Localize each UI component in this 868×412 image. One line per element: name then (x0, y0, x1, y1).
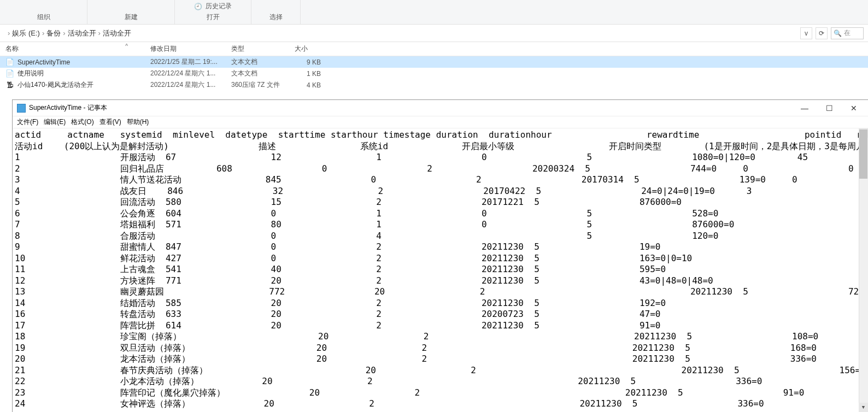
file-date: 2022/1/25 星期二 19:... (145, 57, 226, 67)
ribbon-group-organize[interactable]: 组织 (0, 0, 87, 24)
crumb[interactable]: 娱乐 (E:) (12, 28, 40, 38)
menu-help[interactable]: 帮助(H) (127, 117, 149, 127)
refresh-icon: ⟳ (819, 30, 824, 37)
file-row[interactable]: SuperActivityTime2022/1/25 星期二 19:...文本文… (0, 56, 868, 68)
ribbon-label: 选择 (269, 13, 283, 22)
file-type: 文本文档 (226, 69, 289, 78)
ribbon-group-open[interactable]: 历史记录 打开 (175, 0, 251, 24)
file-list: SuperActivityTime2022/1/25 星期二 19:...文本文… (0, 56, 868, 91)
file-icon (5, 81, 14, 90)
maximize-button[interactable]: ☐ (824, 103, 835, 114)
menu-file[interactable]: 文件(F) (17, 117, 38, 127)
file-row[interactable]: 使用说明2022/12/24 星期六 1...文本文档1 KB (0, 68, 868, 79)
crumb[interactable]: 活动全开 (103, 28, 131, 38)
scrollbar[interactable]: ▲ ▼ (859, 128, 868, 412)
window-buttons: — ☐ ✕ (799, 103, 859, 114)
breadcrumb[interactable]: › 娱乐 (E:) › 备份 › 活动全开 › 活动全开 (4, 28, 797, 38)
scroll-thumb[interactable] (859, 130, 867, 179)
ribbon-label: 打开 (207, 13, 220, 22)
file-name: 小仙1470-飓风龙活动全开 (17, 80, 93, 90)
file-date: 2022/12/24 星期六 1... (145, 80, 226, 90)
ribbon-group-select[interactable]: 选择 (251, 0, 301, 24)
file-type: 360压缩 7Z 文件 (226, 80, 289, 90)
ribbon: 组织 新建 历史记录 打开 选择 (0, 0, 868, 25)
file-size: 9 KB (289, 58, 326, 66)
col-date[interactable]: 修改日期 (145, 42, 226, 56)
file-name: 使用说明 (17, 69, 44, 78)
col-name[interactable]: 名称 (0, 42, 145, 56)
ribbon-label: 新建 (125, 13, 138, 22)
dropdown-button[interactable]: v (800, 27, 812, 39)
search-icon: 🔍 (834, 30, 842, 37)
chevron-right-icon: › (8, 29, 10, 37)
notepad-menu: 文件(F) 编辑(E) 格式(O) 查看(V) 帮助(H) (13, 116, 868, 128)
file-icon (5, 58, 14, 67)
chevron-right-icon: › (42, 29, 44, 37)
notepad-body[interactable]: actid actname systemid minlevel datetype… (13, 128, 868, 412)
close-button[interactable]: ✕ (848, 103, 859, 114)
history-icon[interactable] (194, 3, 202, 10)
menu-edit[interactable]: 编辑(E) (44, 117, 66, 127)
notepad-title: SuperActivityTime - 记事本 (29, 103, 795, 113)
address-bar: › 娱乐 (E:) › 备份 › 活动全开 › 活动全开 v ⟳ 🔍 在 (0, 25, 868, 42)
scroll-down-button[interactable]: ▼ (859, 403, 868, 412)
minimize-button[interactable]: — (799, 103, 811, 114)
notepad-icon (17, 104, 26, 113)
crumb[interactable]: 备份 (46, 28, 61, 38)
file-list-header: 名称 修改日期 类型 大小 (0, 42, 868, 56)
file-name: SuperActivityTime (17, 58, 70, 66)
file-type: 文本文档 (226, 57, 289, 67)
chevron-down-icon: v (805, 30, 808, 37)
file-size: 4 KB (289, 81, 326, 89)
ribbon-group-new[interactable]: 新建 (87, 0, 175, 24)
history-label: 历史记录 (206, 2, 232, 11)
crumb[interactable]: 活动全开 (68, 28, 96, 38)
file-size: 1 KB (289, 70, 326, 78)
col-type[interactable]: 类型 (226, 42, 289, 56)
notepad-titlebar[interactable]: SuperActivityTime - 记事本 — ☐ ✕ (13, 100, 868, 116)
chevron-right-icon: › (63, 29, 65, 37)
file-row[interactable]: 小仙1470-飓风龙活动全开2022/12/24 星期六 1...360压缩 7… (0, 79, 868, 91)
file-icon (5, 69, 14, 78)
menu-view[interactable]: 查看(V) (99, 117, 121, 127)
chevron-right-icon: › (98, 29, 101, 37)
notepad-window: SuperActivityTime - 记事本 — ☐ ✕ 文件(F) 编辑(E… (12, 99, 868, 412)
col-size[interactable]: 大小 (289, 42, 326, 56)
search-placeholder: 在 (844, 28, 851, 38)
file-date: 2022/12/24 星期六 1... (145, 69, 226, 78)
refresh-button[interactable]: ⟳ (816, 27, 828, 39)
text-content[interactable]: actid actname systemid minlevel datetype… (15, 130, 866, 410)
menu-format[interactable]: 格式(O) (71, 117, 93, 127)
search-input[interactable]: 🔍 在 (831, 27, 864, 39)
ribbon-label: 组织 (37, 13, 50, 22)
